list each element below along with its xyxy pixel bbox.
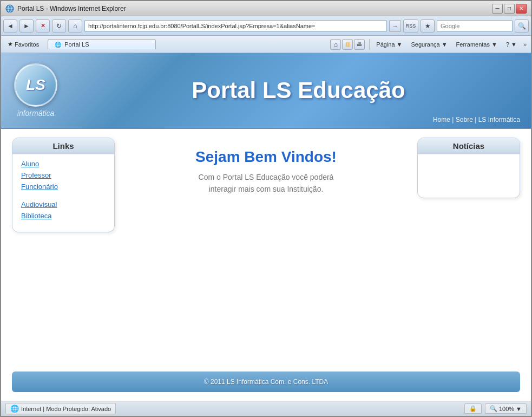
sidebar-box: Links Aluno Professor Funcionário Audiov… [12, 138, 115, 232]
sidebar-link-biblioteca[interactable]: Biblioteca [21, 212, 106, 220]
star-icon: ★ [8, 41, 13, 48]
main-content: Sejam Bem Vindos! Com o Portal LS Educaç… [123, 138, 409, 363]
sidebar-title: Links [12, 138, 114, 154]
maximize-button[interactable]: □ [504, 4, 515, 14]
title-bar-text: Portal LS - Windows Internet Explorer [17, 5, 492, 12]
sidebar-link-funcionario[interactable]: Funcionário [21, 183, 106, 191]
news-box: Notícias [417, 138, 520, 198]
welcome-text: Com o Portal LS Educação você poderá int… [199, 171, 334, 196]
site-body: Links Aluno Professor Funcionário Audiov… [1, 129, 531, 372]
welcome-line2: interagir mais com sua Instituição. [209, 185, 324, 193]
footer-copyright: © 2011 LS Informática Com. e Cons. LTDA [204, 378, 328, 386]
back-button[interactable]: ◄ [3, 19, 17, 32]
zoom-dropdown-icon: ▼ [516, 406, 522, 412]
title-bar-buttons: ─ □ ✕ [492, 4, 527, 14]
sidebar-link-professor[interactable]: Professor [21, 171, 106, 179]
nav-icons-group: ⌂ ▥ 🖶 [330, 39, 365, 50]
status-bar: 🌐 Internet | Modo Protegido: Ativado 🔒 🔍… [1, 401, 531, 416]
address-bar[interactable] [84, 20, 387, 32]
search-input[interactable] [437, 20, 513, 32]
browser-icon [5, 4, 14, 13]
site-header: LS informática Portal LS Educação Home |… [1, 53, 531, 129]
page-content: LS informática Portal LS Educação Home |… [1, 53, 531, 401]
nav-sep-1: | [452, 116, 454, 123]
sidebar-link-aluno[interactable]: Aluno [21, 160, 106, 168]
toolbar-right: ⌂ ▥ 🖶 Página ▼ Segurança ▼ Ferramentas ▼… [330, 39, 527, 50]
portal-ls-tab[interactable]: 🌐 Portal LS [48, 39, 156, 49]
toolbar-separator [369, 39, 370, 50]
minimize-button[interactable]: ─ [492, 4, 503, 14]
welcome-title: Sejam Bem Vindos! [195, 148, 337, 166]
lock-icon: 🔒 [469, 405, 477, 412]
page-dropdown-icon: ▼ [397, 41, 403, 48]
navigation-bar: ◄ ► ✕ ↻ ⌂ → RSS ★ 🔍 [1, 16, 531, 36]
go-button[interactable]: → [389, 20, 401, 32]
news-title: Notícias [418, 138, 520, 154]
home-button[interactable]: ⌂ [68, 19, 82, 32]
security-status: 🔒 [464, 403, 482, 414]
page-menu-label: Página [376, 41, 395, 48]
favorites-label: Favoritos [15, 41, 39, 48]
title-bar: Portal LS - Windows Internet Explorer ─ … [1, 1, 531, 16]
nav-sobre-link[interactable]: Sobre [456, 116, 473, 123]
tab-favicon: 🌐 [55, 42, 61, 48]
tab-bar-inner: 🌐 Portal LS [48, 39, 156, 49]
nav-sep-2: | [475, 116, 476, 123]
security-menu-label: Segurança [411, 41, 440, 48]
security-menu[interactable]: Segurança ▼ [409, 40, 450, 49]
news-sidebar: Notícias [417, 138, 520, 363]
globe-icon: 🌐 [10, 405, 19, 413]
sidebar-link-audiovisual[interactable]: Audiovisual [21, 200, 106, 208]
forward-button[interactable]: ► [19, 19, 34, 32]
logo-text: LS [26, 76, 45, 94]
sidebar-divider [21, 194, 106, 197]
nav-ls-link[interactable]: LS Informática [478, 116, 520, 123]
logo-subtitle: informática [17, 109, 54, 118]
help-dropdown-icon: ▼ [511, 41, 517, 48]
tools-menu-label: Ferramentas [456, 41, 490, 48]
logo-circle: LS [14, 63, 57, 107]
help-button[interactable]: ? ▼ [504, 40, 519, 49]
browser-window: Portal LS - Windows Internet Explorer ─ … [0, 0, 532, 417]
site-title: Portal LS Educação [79, 77, 518, 103]
zoom-control[interactable]: 🔍 100% ▼ [485, 403, 527, 414]
logo-area: LS informática [14, 63, 57, 118]
help-icon: ? [506, 41, 509, 48]
status-left: 🌐 Internet | Modo Protegido: Ativado [5, 403, 460, 414]
status-zone-text: Internet | Modo Protegido: Ativado [21, 406, 111, 412]
website: LS informática Portal LS Educação Home |… [1, 53, 531, 401]
tab-label: Portal LS [64, 41, 89, 48]
stop-button[interactable]: ✕ [36, 19, 50, 32]
toolbar-bar: ★ Favoritos 🌐 Portal LS ⌂ ▥ 🖶 Página ▼ S… [1, 36, 531, 53]
zoom-icon: 🔍 [490, 405, 497, 412]
status-right: 🔒 🔍 100% ▼ [464, 403, 527, 414]
home-icon-toolbar[interactable]: ⌂ [330, 39, 341, 50]
search-button[interactable]: 🔍 [515, 19, 529, 32]
print-icon-toolbar[interactable]: 🖶 [354, 39, 365, 50]
page-menu[interactable]: Página ▼ [374, 40, 404, 49]
header-nav: Home | Sobre | LS Informática [433, 116, 520, 123]
tools-dropdown-icon: ▼ [491, 41, 497, 48]
site-footer: © 2011 LS Informática Com. e Cons. LTDA [12, 372, 520, 392]
rss-button[interactable]: RSS [403, 19, 418, 32]
refresh-button[interactable]: ↻ [52, 19, 66, 32]
overflow-button[interactable]: » [523, 41, 527, 48]
status-zone: 🌐 Internet | Modo Protegido: Ativado [5, 403, 116, 414]
favorites-star-button[interactable]: ★ [421, 19, 435, 32]
zoom-text: 100% [499, 406, 514, 412]
welcome-line1: Com o Portal LS Educação você poderá [199, 173, 334, 181]
security-dropdown-icon: ▼ [442, 41, 448, 48]
rss-icon-toolbar[interactable]: ▥ [342, 39, 353, 50]
news-content [418, 154, 520, 198]
sidebar: Links Aluno Professor Funcionário Audiov… [12, 138, 115, 363]
nav-home-link[interactable]: Home [433, 116, 450, 123]
favorites-menu[interactable]: ★ Favoritos [5, 40, 41, 49]
tools-menu[interactable]: Ferramentas ▼ [454, 40, 500, 49]
close-button[interactable]: ✕ [516, 4, 527, 14]
